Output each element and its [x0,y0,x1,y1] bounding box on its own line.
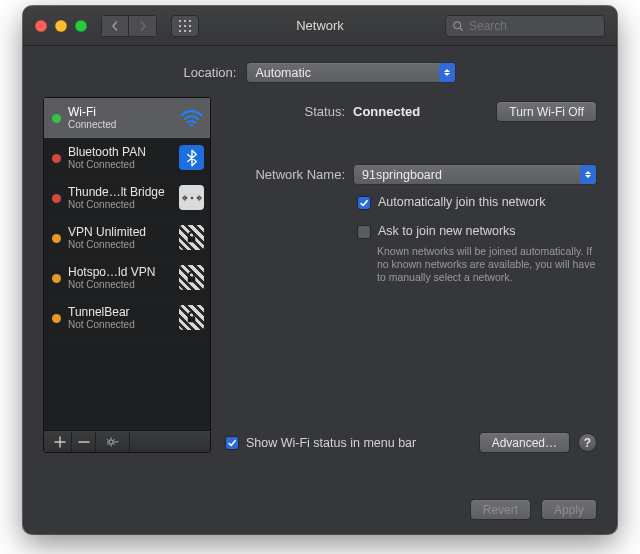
svg-rect-8 [189,30,191,32]
status-value: Connected [353,104,420,119]
ask-join-checkbox[interactable] [357,225,371,239]
network-name-label: Network Name: [225,167,353,182]
status-dot-icon [52,274,61,283]
nav-buttons [101,15,157,37]
advanced-button[interactable]: Advanced… [479,432,570,453]
revert-button[interactable]: Revert [470,499,531,520]
svg-rect-2 [189,20,191,22]
bluetooth-icon [179,145,204,170]
status-dot-icon [52,114,61,123]
remove-interface-button[interactable] [72,432,96,452]
sidebar-item-bluetooth-pan[interactable]: Bluetooth PAN Not Connected [44,138,210,178]
vpn-lock-icon [179,305,204,330]
svg-point-13 [190,196,193,199]
network-name-select[interactable]: 91springboard [353,164,597,185]
svg-rect-0 [179,20,181,22]
wifi-icon [179,105,204,130]
sidebar-item-vpn-unlimited[interactable]: VPN Unlimited Not Connected [44,218,210,258]
auto-join-row[interactable]: Automatically join this network [357,195,597,210]
ask-join-hint: Known networks will be joined automatica… [377,245,597,284]
close-window-button[interactable] [35,20,47,32]
search-icon [452,20,464,32]
svg-rect-16 [188,277,196,283]
svg-point-14 [196,196,199,199]
minimize-window-button[interactable] [55,20,67,32]
sidebar-item-tunnelbear[interactable]: TunnelBear Not Connected [44,298,210,338]
svg-rect-6 [179,30,181,32]
vpn-lock-icon [179,265,204,290]
sidebar-footer [44,430,210,452]
ask-join-row[interactable]: Ask to join new networks [357,224,597,239]
svg-rect-3 [179,25,181,27]
svg-rect-15 [188,237,196,243]
svg-line-10 [460,27,463,30]
status-dot-icon [52,234,61,243]
turn-wifi-off-button[interactable]: Turn Wi-Fi Off [496,101,597,122]
sidebar-item-hotspot-shield-vpn[interactable]: Hotspo…ld VPN Not Connected [44,258,210,298]
svg-rect-1 [184,20,186,22]
svg-point-18 [108,439,112,443]
svg-rect-7 [184,30,186,32]
zoom-window-button[interactable] [75,20,87,32]
svg-rect-5 [189,25,191,27]
status-dot-icon [52,194,61,203]
location-row: Location: Automatic [43,62,597,83]
show-menubar-checkbox[interactable] [225,436,239,450]
apply-button[interactable]: Apply [541,499,597,520]
titlebar: Network [23,6,617,46]
add-interface-button[interactable] [48,432,72,452]
sidebar-item-wifi[interactable]: Wi-Fi Connected [44,98,210,138]
location-label: Location: [184,65,237,80]
show-menubar-label: Show Wi-Fi status in menu bar [246,436,416,450]
search-input[interactable] [469,19,598,33]
footer-buttons: Revert Apply [470,499,597,520]
network-preferences-window: Network Location: Automatic Wi-Fi [23,6,617,534]
svg-rect-17 [188,317,196,323]
help-button[interactable]: ? [578,433,597,452]
status-dot-icon [52,154,61,163]
forward-button[interactable] [129,15,157,37]
location-select[interactable]: Automatic [246,62,456,83]
thunderbolt-bridge-icon [179,185,204,210]
sidebar-item-thunderbolt-bridge[interactable]: Thunde…lt Bridge Not Connected [44,178,210,218]
interface-details: Status: Connected Turn Wi-Fi Off Network… [225,97,597,453]
search-field[interactable] [445,15,605,37]
back-button[interactable] [101,15,129,37]
vpn-lock-icon [179,225,204,250]
svg-point-12 [184,196,187,199]
window-controls [35,20,87,32]
status-dot-icon [52,314,61,323]
status-label: Status: [225,104,353,119]
interfaces-sidebar: Wi-Fi Connected Bluetooth PAN Not Connec… [43,97,211,453]
interfaces-list: Wi-Fi Connected Bluetooth PAN Not Connec… [44,98,210,430]
svg-rect-4 [184,25,186,27]
svg-point-11 [190,123,193,126]
show-all-button[interactable] [171,15,199,37]
interface-actions-menu[interactable] [96,432,130,452]
auto-join-checkbox[interactable] [357,196,371,210]
